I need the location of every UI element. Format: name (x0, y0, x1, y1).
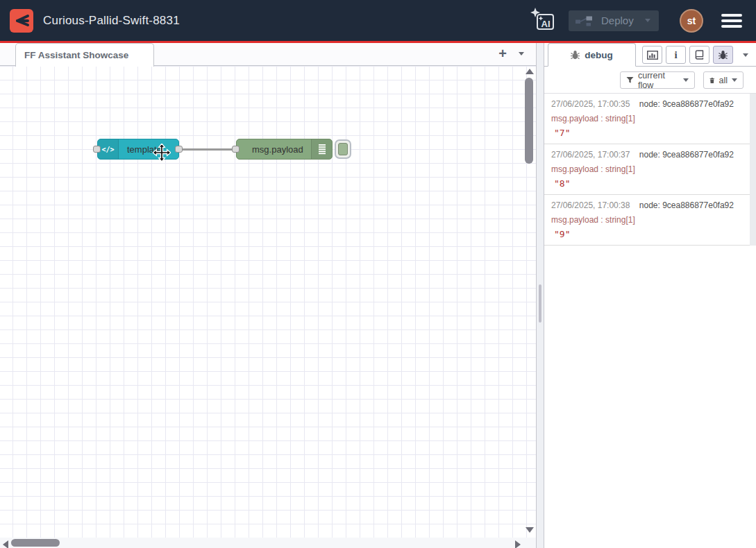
port-template-input[interactable] (93, 146, 101, 153)
debug-node-id[interactable]: node: 9cea886877e0fa92 (639, 99, 734, 109)
debug-timestamp: 27/06/2025, 17:00:35 (551, 99, 630, 109)
h-scroll-right-arrow[interactable] (515, 540, 521, 548)
h-scroll-left-arrow[interactable] (3, 540, 8, 548)
node-red-app: Curious-Pallid-Swift-8831 AI De (0, 0, 756, 548)
debug-message-meta: 27/06/2025, 17:00:35 node: 9cea886877e0f… (551, 99, 749, 109)
debug-lines-icon (311, 139, 332, 159)
debug-clear-button[interactable]: all (703, 71, 744, 89)
debug-payload-path[interactable]: msg.payload : string[1] (551, 164, 749, 174)
debug-message[interactable]: 27/06/2025, 17:00:37 node: 9cea886877e0f… (544, 144, 756, 195)
debug-clear-label: all (719, 76, 728, 85)
debug-sidebar-button[interactable] (713, 46, 733, 64)
debug-message[interactable]: 27/06/2025, 17:00:38 node: 9cea886877e0f… (544, 195, 756, 246)
deploy-button[interactable]: Deploy (569, 10, 659, 31)
port-template-output[interactable] (175, 146, 183, 153)
sidebar-tab-debug[interactable]: debug (548, 43, 636, 67)
user-avatar[interactable]: st (680, 9, 703, 33)
burger-bar (721, 19, 742, 22)
splitter-drag-handle[interactable] (539, 284, 541, 323)
info-button[interactable]: i (666, 46, 686, 64)
sidebar-tab-label: debug (585, 50, 613, 60)
avatar-initials: st (687, 15, 696, 26)
book-icon (694, 50, 705, 60)
debug-message-list: 27/06/2025, 17:00:35 node: 9cea886877e0f… (544, 94, 756, 246)
h-scroll-thumb[interactable] (11, 539, 60, 547)
sidebar-splitter (536, 43, 544, 548)
instance-title: Curious-Pallid-Swift-8831 (43, 14, 180, 28)
debug-list-scroll-gutter (750, 94, 756, 246)
workspace-tab-ff-assistant-showcase[interactable]: FF Assistant Showcase (15, 43, 154, 67)
debug-payload-value[interactable]: "9" (551, 229, 749, 239)
flow-canvas[interactable]: </> template msg.payload (0, 66, 536, 548)
dashboard-chart-button[interactable] (642, 46, 662, 64)
debug-toolbar: current flow all (544, 67, 756, 94)
ai-assistant-button[interactable]: AI (528, 6, 559, 35)
v-scroll-down-arrow[interactable] (526, 527, 534, 533)
workspace-tab-label: FF Assistant Showcase (24, 50, 128, 60)
debug-clear-caret (732, 78, 737, 82)
add-flow-button[interactable]: + (493, 46, 512, 63)
debug-payload-path[interactable]: msg.payload : string[1] (551, 215, 749, 225)
header-bar: Curious-Pallid-Swift-8831 AI De (0, 0, 756, 41)
v-scroll-thumb[interactable] (525, 78, 533, 164)
debug-filter-caret (683, 78, 689, 82)
flowfuse-logo-glyph (13, 12, 30, 29)
trash-icon (709, 76, 714, 85)
debug-toggle-inner (338, 143, 348, 155)
debug-message[interactable]: 27/06/2025, 17:00:35 node: 9cea886877e0f… (544, 94, 756, 144)
main-menu-button[interactable] (721, 14, 742, 28)
ai-icon-label: AI (541, 19, 551, 29)
workspace-tabbar: FF Assistant Showcase + (0, 43, 536, 66)
sidebar-header: debug i (544, 43, 756, 67)
flowfuse-logo (10, 9, 33, 33)
node-msg-payload[interactable]: msg.payload (236, 139, 333, 160)
bug-icon (571, 50, 580, 60)
deploy-options-caret[interactable] (645, 19, 650, 22)
burger-bar (721, 25, 742, 28)
deploy-label: Deploy (601, 15, 634, 26)
header-actions: AI Deploy st (528, 6, 746, 35)
help-button[interactable] (689, 46, 709, 64)
debug-filter-label: current flow (638, 71, 679, 90)
v-scroll-up-arrow[interactable] (526, 69, 534, 74)
port-debug-input[interactable] (232, 146, 240, 153)
debug-message-meta: 27/06/2025, 17:00:37 node: 9cea886877e0f… (551, 150, 749, 160)
wire-template-to-debug[interactable] (178, 148, 237, 151)
debug-payload-value[interactable]: "7" (551, 128, 749, 138)
debug-payload-value[interactable]: "8" (551, 178, 749, 189)
burger-bar (721, 14, 742, 17)
bar-chart-icon (647, 51, 658, 60)
debug-enable-toggle[interactable] (335, 139, 351, 159)
filter-funnel-icon (626, 76, 634, 84)
debug-payload-path[interactable]: msg.payload : string[1] (551, 114, 749, 123)
debug-message-meta: 27/06/2025, 17:00:38 node: 9cea886877e0f… (551, 200, 749, 210)
debug-node-id[interactable]: node: 9cea886877e0fa92 (639, 150, 734, 160)
sidebar: debug i (544, 43, 756, 548)
sidebar-tabs-caret[interactable] (743, 53, 748, 57)
deploy-icon (576, 15, 593, 27)
info-icon: i (674, 50, 677, 60)
flow-list-caret[interactable] (519, 52, 524, 55)
debug-timestamp: 27/06/2025, 17:00:37 (551, 150, 630, 160)
sidebar-tool-buttons: i (642, 46, 748, 64)
h-scroll-track (0, 538, 536, 548)
debug-timestamp: 27/06/2025, 17:00:38 (551, 200, 630, 210)
code-icon: </> (98, 139, 119, 159)
debug-node-id[interactable]: node: 9cea886877e0fa92 (639, 200, 734, 210)
debug-filter-button[interactable]: current flow (620, 71, 695, 89)
node-debug-label: msg.payload (237, 144, 303, 155)
move-cursor-icon (153, 144, 171, 162)
bug-icon (719, 50, 728, 60)
